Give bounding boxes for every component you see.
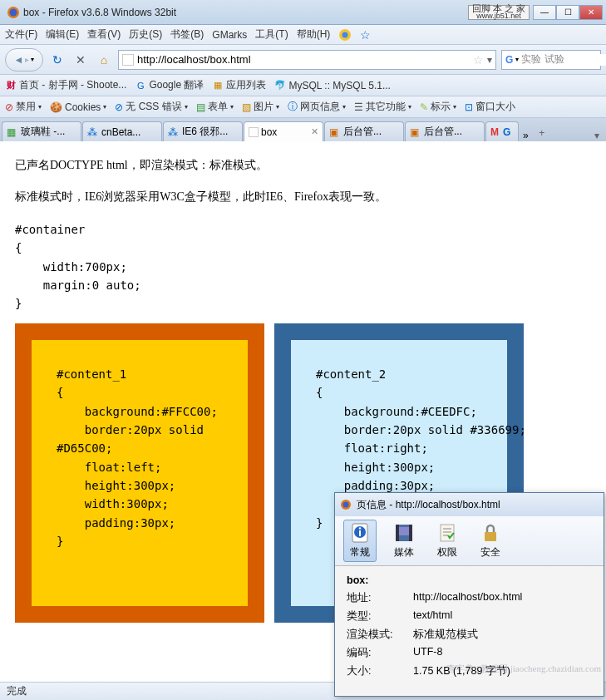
content-paragraph: 标准模式时，IE6浏览器采用W3C盒子模型，此时IE6、Firefox表现一致。 <box>15 188 603 206</box>
search-input[interactable] <box>521 54 606 66</box>
other-icon: ☰ <box>354 101 363 113</box>
tab[interactable]: ▣后台管... <box>324 121 404 141</box>
cookies-icon: 🍪 <box>50 101 62 113</box>
maximize-button[interactable]: ☐ <box>556 5 579 20</box>
menu-history[interactable]: 历史(S) <box>129 27 162 42</box>
tab[interactable]: ▦玻璃鞋 -... <box>2 121 81 141</box>
dev-toolbar: ⊘禁用▾ 🍪Cookies▾ ⊘无 CSS 错误▾ ▤表单▾ ▧图片▾ ⓘ网页信… <box>0 96 606 118</box>
info-row: 类型:text/html <box>347 609 592 624</box>
dev-window[interactable]: ⊡窗口大小 <box>465 100 515 114</box>
tab-favicon: ⁂ <box>87 126 99 138</box>
lock-icon <box>480 522 501 544</box>
home-button[interactable]: ⌂ <box>95 51 113 69</box>
close-button[interactable]: ✕ <box>579 5 603 20</box>
menu-help[interactable]: 帮助(H) <box>297 27 331 42</box>
menu-tools[interactable]: 工具(T) <box>255 27 288 42</box>
menu-gmarks[interactable]: GMarks <box>212 29 247 41</box>
reload-button[interactable]: ↻ <box>48 51 67 69</box>
google-icon[interactable]: G <box>505 54 513 66</box>
bookmark-item[interactable]: 财首页 - 射手网 - Shoote... <box>5 78 126 92</box>
star-icon[interactable]: ☆ <box>360 28 371 42</box>
stop-button[interactable]: ✕ <box>71 51 90 69</box>
bookmark-icon: G <box>135 80 146 91</box>
menu-edit[interactable]: 编辑(E) <box>46 27 79 42</box>
dialog-titlebar[interactable]: 页信息 - http://localhost/box.html <box>335 493 604 516</box>
tab-gmail[interactable]: MG <box>485 121 519 141</box>
tab[interactable]: ⁂cnBeta... <box>82 121 162 141</box>
url-input[interactable] <box>137 53 470 66</box>
info-row: 地址:http://localhost/box.html <box>347 591 592 605</box>
menu-file[interactable]: 文件(F) <box>5 27 37 42</box>
url-bar[interactable]: ☆ ▾ <box>118 50 496 70</box>
bookmark-item[interactable]: GGoogle 翻译 <box>135 78 204 92</box>
tab-close-icon[interactable]: ✕ <box>311 126 318 137</box>
status-text: 完成 <box>7 684 27 698</box>
dialog-title: 页信息 - http://localhost/box.html <box>357 498 500 512</box>
svg-rect-12 <box>396 525 399 541</box>
info-row: 渲染模式:标准规范模式 <box>347 628 592 642</box>
tab-permissions[interactable]: 权限 <box>436 522 458 560</box>
bookmark-icon: ▦ <box>212 80 224 91</box>
chrome-icon[interactable] <box>338 28 352 42</box>
tab-favicon <box>249 127 259 137</box>
bookmark-star-icon[interactable]: ☆ <box>473 53 484 67</box>
search-engine-dropdown[interactable]: ▾ <box>515 56 519 63</box>
search-bar[interactable]: G ▾ <box>501 50 601 70</box>
tab-active[interactable]: box✕ <box>244 121 323 141</box>
svg-rect-14 <box>441 525 454 541</box>
css-code-container: #container { width:700px; margin:0 auto;… <box>15 220 603 313</box>
tab-favicon: ▣ <box>329 126 341 138</box>
tab-favicon: ▣ <box>410 126 421 138</box>
svg-point-1 <box>10 8 17 16</box>
bookmark-item[interactable]: 🐬MySQL :: MySQL 5.1... <box>274 80 390 91</box>
tab[interactable]: ⁂IE6 很邪... <box>163 121 243 141</box>
dev-other[interactable]: ☰其它功能▾ <box>354 100 411 114</box>
tab-list-button[interactable]: ▾ <box>589 130 604 141</box>
minimize-button[interactable]: — <box>533 5 556 20</box>
new-tab-button[interactable]: + <box>532 125 552 141</box>
dialog-toolbar: 常规 媒体 权限 安全 <box>335 516 604 566</box>
tab-overflow[interactable]: » <box>520 130 532 141</box>
dev-css[interactable]: ⊘无 CSS 错误▾ <box>115 100 187 114</box>
info-icon <box>349 522 371 544</box>
dev-cookies[interactable]: 🍪Cookies▾ <box>50 101 106 113</box>
highlight-icon: ✎ <box>420 101 428 113</box>
url-dropdown-icon[interactable]: ▾ <box>487 54 492 66</box>
back-icon: ◄ <box>14 54 24 66</box>
firefox-icon <box>7 6 20 19</box>
bookmarks-bar: 财首页 - 射手网 - Shoote... GGoogle 翻译 ▦应用列表 🐬… <box>0 75 606 96</box>
media-icon <box>393 522 415 544</box>
content-paragraph: 已声名DOCTYPE html，即渲染模式：标准模式。 <box>15 156 603 175</box>
css-icon: ⊘ <box>115 101 123 113</box>
permissions-icon <box>436 522 458 544</box>
history-dropdown-icon: ▾ <box>31 56 34 63</box>
svg-rect-8 <box>359 530 361 536</box>
menu-bookmarks[interactable]: 书签(B) <box>170 27 204 42</box>
dev-highlight[interactable]: ✎标示▾ <box>420 100 456 114</box>
page-icon <box>122 54 134 66</box>
tab-favicon: ⁂ <box>168 126 180 138</box>
dev-images[interactable]: ▧图片▾ <box>242 100 279 114</box>
ad-badge: 回脚 本 之 家 www.jb51.net <box>468 5 530 20</box>
gmail-icon: M <box>490 126 499 138</box>
menu-view[interactable]: 查看(V) <box>87 27 121 42</box>
forms-icon: ▤ <box>196 101 205 113</box>
tab[interactable]: ▣后台管... <box>405 121 485 141</box>
tab-general[interactable]: 常规 <box>343 520 377 562</box>
dev-forms[interactable]: ▤表单▾ <box>196 100 234 114</box>
disable-icon: ⊘ <box>5 101 13 113</box>
back-forward-button[interactable]: ◄ ▸ ▾ <box>5 48 43 71</box>
info-row: 编码:UTF-8 <box>347 646 592 660</box>
dev-info[interactable]: ⓘ网页信息▾ <box>288 100 346 114</box>
tab-security[interactable]: 安全 <box>480 522 501 560</box>
images-icon: ▧ <box>242 101 251 113</box>
tab-media[interactable]: 媒体 <box>393 522 415 560</box>
dev-disable[interactable]: ⊘禁用▾ <box>5 100 42 114</box>
bookmark-item[interactable]: ▦应用列表 <box>212 78 266 92</box>
svg-point-9 <box>359 527 361 529</box>
svg-rect-13 <box>409 525 412 541</box>
bookmark-icon: 🐬 <box>274 80 286 91</box>
window-icon: ⊡ <box>465 101 473 113</box>
info-icon: ⓘ <box>288 100 298 114</box>
svg-rect-18 <box>485 532 496 541</box>
